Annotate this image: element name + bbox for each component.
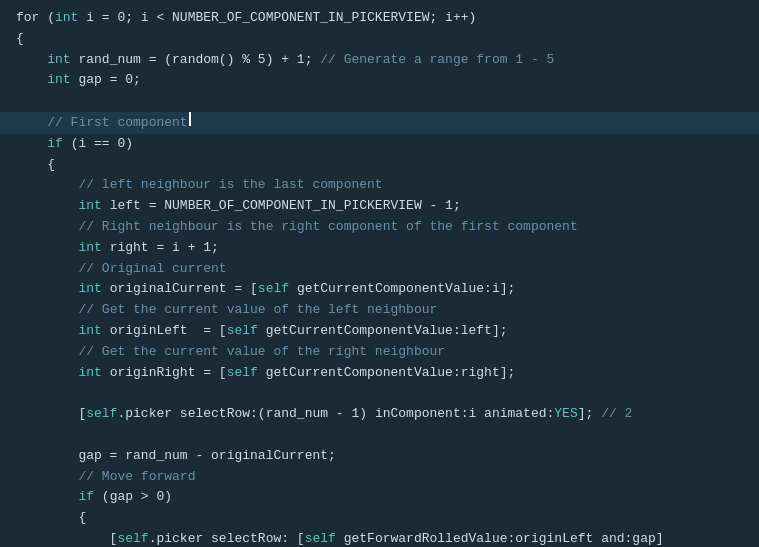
code-line-21 <box>0 425 759 446</box>
code-line-10: int left = NUMBER_OF_COMPONENT_IN_PICKER… <box>0 196 759 217</box>
code-line-7: if (i == 0) <box>0 134 759 155</box>
code-editor: for (int i = 0; i < NUMBER_OF_COMPONENT_… <box>0 0 759 547</box>
code-line-6: // First component <box>0 112 759 134</box>
code-line-9: // left neighbour is the last component <box>0 175 759 196</box>
code-line-20: [self.picker selectRow:(rand_num - 1) in… <box>0 404 759 425</box>
code-line-12: int right = i + 1; <box>0 238 759 259</box>
code-line-19 <box>0 383 759 404</box>
code-line-5 <box>0 91 759 112</box>
code-line-17: // Get the current value of the right ne… <box>0 342 759 363</box>
code-line-24: if (gap > 0) <box>0 487 759 508</box>
code-line-18: int originRight = [self getCurrentCompon… <box>0 363 759 384</box>
code-line-4: int gap = 0; <box>0 70 759 91</box>
code-line-2: { <box>0 29 759 50</box>
code-line-8: { <box>0 155 759 176</box>
code-line-3: int rand_num = (random() % 5) + 1; // Ge… <box>0 50 759 71</box>
code-line-26: [self.picker selectRow: [self getForward… <box>0 529 759 547</box>
code-line-16: int originLeft = [self getCurrentCompone… <box>0 321 759 342</box>
text-cursor <box>189 112 191 126</box>
code-line-1: for (int i = 0; i < NUMBER_OF_COMPONENT_… <box>0 8 759 29</box>
code-line-13: // Original current <box>0 259 759 280</box>
code-line-15: // Get the current value of the left nei… <box>0 300 759 321</box>
code-line-14: int originalCurrent = [self getCurrentCo… <box>0 279 759 300</box>
code-line-25: { <box>0 508 759 529</box>
code-line-11: // Right neighbour is the right componen… <box>0 217 759 238</box>
code-line-22: gap = rand_num - originalCurrent; <box>0 446 759 467</box>
code-line-23: // Move forward <box>0 467 759 488</box>
